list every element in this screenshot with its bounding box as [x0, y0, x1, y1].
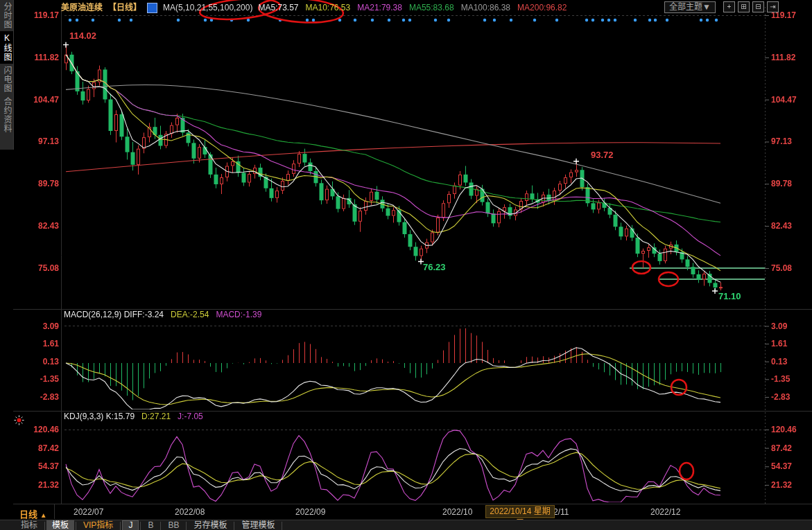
kdj-axis-right-label-0: 120.46 [771, 425, 797, 434]
bottom-tab-bar: 指标模板VIP指标JBBB另存模板管理模板 [0, 520, 812, 530]
date-tick-3: 2022/10 [442, 507, 472, 517]
sidebar: 分时图K线图闪电图合约资料 [0, 0, 14, 150]
kdj-header-part-1: D:27.21 [141, 412, 171, 421]
ma-value-5: MA200:96.82 [517, 3, 567, 12]
ma-settings[interactable]: MA(5,10,21,55,100,200) [163, 3, 252, 12]
kdj-header: KDJ(9,3,3) K:15.79D:27.21J:-7.05 [64, 412, 203, 421]
kdj-axis-left-label-3: 21.32 [20, 480, 59, 490]
macd-header-part-0: MACD(26,12,9) DIFF:-3.24 [64, 310, 164, 319]
date-tick-0: 2022/07 [74, 507, 103, 517]
bottom-tab-另存模板[interactable]: 另存模板 [188, 520, 232, 530]
kdj-axis-right-label-2: 54.37 [771, 461, 792, 471]
ma-value-1: MA10:76.53 [306, 3, 351, 12]
price-tag-1: 93.72 [591, 150, 614, 160]
ma-value-2: MA21:79.38 [357, 3, 402, 12]
chart-canvas[interactable] [0, 0, 812, 530]
pan-icon[interactable]: + [723, 1, 735, 12]
kdj-header-part-2: J:-7.05 [178, 412, 203, 421]
price-axis-right-label-1: 111.82 [771, 53, 795, 62]
bottom-tab-指标[interactable]: 指标 [15, 520, 43, 530]
price-axis-right-label-6: 75.08 [771, 263, 792, 273]
price-axis-left-label-5: 82.43 [20, 221, 59, 231]
tab-separator [120, 522, 121, 530]
symbol-name: 美原油连续 [61, 3, 103, 12]
price-tag-0: 114.02 [69, 30, 96, 41]
chart-header: 美原油连续 【日线】 MA(5,10,21,55,100,200) MA5:73… [61, 1, 567, 14]
macd-axis-right-label-4: -2.83 [771, 392, 790, 402]
kdj-header-part-0: KDJ(9,3,3) K:15.79 [64, 412, 135, 421]
chart-app: 分时图K线图闪电图合约资料 美原油连续 【日线】 MA(5,10,21,55,1… [0, 0, 812, 530]
date-tick-1: 2022/08 [175, 507, 205, 517]
tab-separator [186, 522, 187, 530]
price-axis-right-label-3: 97.13 [771, 136, 792, 146]
date-tick-5: 2022/12 [650, 507, 680, 517]
collapse-panel-icon[interactable]: ⇥ [767, 1, 779, 12]
macd-header: MACD(26,12,9) DIFF:-3.24DEA:-2.54MACD:-1… [64, 310, 261, 319]
tab-separator [282, 522, 282, 530]
macd-axis-left-label-1: 1.61 [20, 339, 59, 348]
price-axis-right-label-2: 104.47 [771, 95, 797, 105]
window-icons: +⊞⊟⇥ [723, 1, 779, 12]
tab-separator [234, 522, 234, 530]
bottom-tab-VIP指标[interactable]: VIP指标 [78, 520, 119, 530]
macd-axis-right-label-0: 3.09 [771, 321, 787, 331]
tab-separator [140, 522, 141, 530]
macd-header-part-1: DEA:-2.54 [171, 310, 209, 319]
alert-icon[interactable] [14, 415, 24, 428]
bottom-tab-管理模板[interactable]: 管理模板 [236, 520, 280, 530]
price-axis-left-label-6: 75.08 [20, 263, 59, 273]
zoom-x-icon[interactable]: ⊞ [738, 1, 750, 12]
bottom-tab-J[interactable]: J [122, 520, 139, 530]
period-indicator[interactable]: 日线 ▲ [19, 507, 47, 520]
ma-values: MA5:73.57MA10:76.53MA21:79.38MA55:83.68M… [258, 3, 567, 12]
tab-separator [76, 522, 76, 530]
crosshair-date-label: 2022/10/14 星期五 [485, 505, 555, 518]
macd-axis-right-label-1: 1.61 [771, 339, 787, 348]
macd-axis-right-label-2: 0.13 [771, 357, 787, 366]
price-axis-left-label-3: 97.13 [20, 136, 59, 146]
kdj-axis-left-label-2: 54.37 [20, 461, 59, 471]
macd-axis-left-label-0: 3.09 [20, 321, 59, 331]
macd-axis-right-label-3: -1.35 [771, 374, 790, 384]
kdj-axis-left-label-0: 120.46 [20, 425, 59, 434]
bottom-tab-BB[interactable]: BB [162, 520, 184, 530]
ma-value-0: MA5:73.57 [258, 3, 298, 12]
sidebar-item-3[interactable]: 合约资料 [0, 95, 13, 135]
ma-value-3: MA55:83.68 [409, 3, 454, 12]
zoom-y-icon[interactable]: ⊟ [752, 1, 764, 12]
bottom-tab-模板[interactable]: 模板 [46, 520, 74, 530]
macd-header-part-2: MACD:-1.39 [216, 310, 261, 319]
price-axis-right-label-4: 89.78 [771, 179, 792, 188]
tab-separator [160, 522, 161, 530]
kdj-axis-left-label-1: 87.42 [20, 443, 59, 453]
macd-axis-left-label-3: -1.35 [20, 374, 59, 384]
price-axis-left-label-1: 111.82 [20, 53, 59, 62]
price-tag-3: 71.10 [718, 291, 741, 301]
price-axis-right-label-5: 82.43 [771, 221, 792, 231]
bottom-tab-B[interactable]: B [142, 520, 159, 530]
price-axis-left-label-2: 104.47 [20, 95, 59, 105]
kdj-axis-right-label-1: 87.42 [771, 443, 792, 453]
ma-value-4: MA100:86.38 [461, 3, 510, 12]
price-axis-left-label-0: 119.17 [20, 10, 59, 20]
sidebar-item-1[interactable]: K线图 [0, 31, 13, 64]
theme-selector-button[interactable]: 全部主题▼ [664, 1, 716, 13]
macd-axis-left-label-4: -2.83 [20, 392, 59, 402]
price-tag-2: 76.23 [423, 262, 446, 272]
date-tick-2: 2022/09 [295, 507, 325, 517]
macd-axis-left-label-2: 0.13 [20, 357, 59, 366]
date-axis-divider [13, 504, 812, 504]
tab-separator [44, 522, 45, 530]
sidebar-item-2[interactable]: 闪电图 [0, 64, 13, 95]
sidebar-item-0[interactable]: 分时图 [0, 0, 13, 31]
kdj-axis-right-label-3: 21.32 [771, 480, 792, 490]
period-label[interactable]: 【日线】 [108, 3, 141, 12]
chart-type-icon[interactable] [147, 3, 157, 13]
price-axis-left-label-4: 89.78 [20, 179, 59, 188]
